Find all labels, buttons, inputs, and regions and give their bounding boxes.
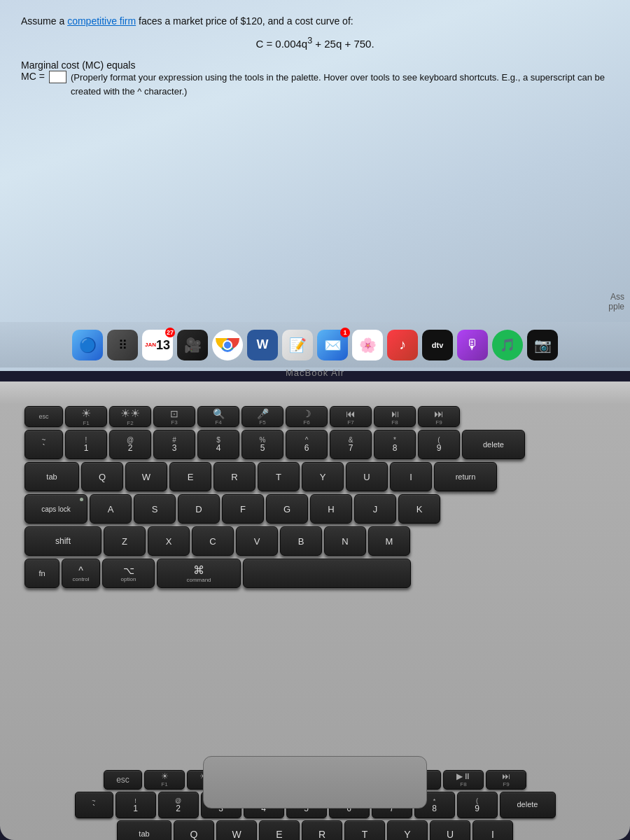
key-z[interactable]: Z xyxy=(104,526,146,556)
key-5[interactable]: %5 xyxy=(241,430,284,459)
key-g[interactable]: G xyxy=(266,494,308,524)
key-e[interactable]: E xyxy=(259,820,300,840)
key-x[interactable]: X xyxy=(148,526,190,556)
key-7[interactable]: &7 xyxy=(330,430,372,459)
dock-item-finder[interactable]: 🔵 xyxy=(72,330,103,360)
key-delete[interactable]: delete xyxy=(462,430,525,459)
key-fn-bottom[interactable]: fn xyxy=(24,559,59,588)
key-y[interactable]: Y xyxy=(302,462,344,491)
key-f9[interactable]: ⏭ F9 xyxy=(486,770,526,790)
mail-badge: 1 xyxy=(340,328,350,337)
key-f8[interactable]: ▶⏸ F8 xyxy=(443,770,484,790)
key-i[interactable]: I xyxy=(390,462,432,491)
key-tab[interactable]: tab xyxy=(117,820,172,840)
key-q[interactable]: Q xyxy=(81,462,123,491)
key-n[interactable]: N xyxy=(324,526,366,556)
key-delete[interactable]: delete xyxy=(500,792,556,818)
key-f3[interactable]: ⊡F3 xyxy=(153,406,195,427)
dock-item-music[interactable]: ♪ xyxy=(387,330,418,360)
key-esc[interactable]: esc xyxy=(104,770,142,790)
key-f1[interactable]: ☀F1 xyxy=(65,406,107,427)
key-a[interactable]: A xyxy=(90,494,132,524)
dock-item-appletv[interactable]: dtv xyxy=(422,330,453,360)
key-s[interactable]: S xyxy=(134,494,176,524)
keyboard-main: esc ☀F1 ☀☀F2 ⊡F3 🔍F4 🎤F5 ☽F6 ⏮F7 ⏯F8 ⏭F9… xyxy=(24,406,606,591)
key-esc[interactable]: esc xyxy=(24,406,63,427)
key-return[interactable]: return xyxy=(434,462,497,491)
dock-item-chrome[interactable] xyxy=(212,330,243,360)
key-2[interactable]: @2 xyxy=(109,430,151,459)
dock-item-mail[interactable]: ✉️ 1 xyxy=(317,330,348,360)
dock-item-podcasts[interactable]: 🎙 xyxy=(457,330,488,360)
key-4[interactable]: $4 xyxy=(197,430,239,459)
key-control-bottom[interactable]: ^ control xyxy=(62,559,100,588)
key-y[interactable]: Y xyxy=(387,820,428,840)
key-shift[interactable]: shift xyxy=(24,526,102,556)
key-r[interactable]: R xyxy=(302,820,342,840)
key-command[interactable]: ⌘ command xyxy=(157,559,241,588)
mc-input-row: MC = (Properly format your expression us… xyxy=(21,71,609,98)
corner-text-1: Ass xyxy=(608,292,624,302)
key-f1[interactable]: ☀ F1 xyxy=(144,770,185,790)
key-d[interactable]: D xyxy=(178,494,220,524)
key-backtick[interactable]: ~` xyxy=(24,430,63,459)
key-b[interactable]: B xyxy=(280,526,322,556)
key-u[interactable]: U xyxy=(430,820,470,840)
key-t[interactable]: T xyxy=(344,820,385,840)
key-w[interactable]: W xyxy=(125,462,167,491)
dock: 🔵 ⠿ JAN 13 27 🎥 W 📝 ✉️ 1 🌸 ♪ dtv 🎙 🎵 xyxy=(0,322,630,368)
dock-item-spotify[interactable]: 🎵 xyxy=(492,330,523,360)
key-f4[interactable]: 🔍F4 xyxy=(197,406,239,427)
key-f5[interactable]: 🎤F5 xyxy=(241,406,284,427)
trackpad[interactable] xyxy=(203,756,427,808)
key-f[interactable]: F xyxy=(222,494,264,524)
key-f8[interactable]: ⏯F8 xyxy=(374,406,416,427)
competitive-firm-link[interactable]: competitive firm xyxy=(67,15,136,27)
key-2[interactable]: @ 2 xyxy=(158,792,199,818)
key-option[interactable]: ⌥ option xyxy=(102,559,155,588)
key-9[interactable]: ( 9 xyxy=(457,792,498,818)
key-f9[interactable]: ⏭F9 xyxy=(418,406,460,427)
key-3[interactable]: #3 xyxy=(153,430,195,459)
key-tab[interactable]: tab xyxy=(24,462,79,491)
key-u[interactable]: U xyxy=(346,462,388,491)
dock-item-camera[interactable]: 📷 xyxy=(527,330,558,360)
key-m[interactable]: M xyxy=(368,526,410,556)
key-e[interactable]: E xyxy=(169,462,211,491)
key-space[interactable] xyxy=(243,559,411,588)
dock-item-facetime[interactable]: 🎥 xyxy=(177,330,208,360)
key-f6[interactable]: ☽F6 xyxy=(286,406,328,427)
screen-corner-text: Ass pple xyxy=(608,292,624,312)
mc-input-box[interactable] xyxy=(49,71,66,83)
key-k[interactable]: K xyxy=(398,494,440,524)
mc-prefix: MC = xyxy=(21,71,45,82)
asdf-letter-row: caps lock A S D F G H J K xyxy=(24,494,606,524)
dock-item-launchpad[interactable]: ⠿ xyxy=(107,330,138,360)
dock-item-word[interactable]: W xyxy=(247,330,278,360)
key-f2[interactable]: ☀☀F2 xyxy=(109,406,151,427)
key-j[interactable]: J xyxy=(354,494,396,524)
question-text: Assume a competitive firm faces a market… xyxy=(21,14,609,29)
key-v[interactable]: V xyxy=(236,526,278,556)
key-tilde[interactable]: ~ ` xyxy=(75,792,113,818)
key-w[interactable]: W xyxy=(216,820,257,840)
dock-item-photos[interactable]: 🌸 xyxy=(352,330,383,360)
key-caps-lock[interactable]: caps lock xyxy=(24,494,88,524)
key-r[interactable]: R xyxy=(214,462,255,491)
key-9[interactable]: (9 xyxy=(418,430,460,459)
fn-key-row: esc ☀F1 ☀☀F2 ⊡F3 🔍F4 🎤F5 ☽F6 ⏮F7 ⏯F8 ⏭F9 xyxy=(24,406,606,427)
key-8[interactable]: *8 xyxy=(374,430,416,459)
dock-item-app1[interactable]: 📝 xyxy=(282,330,313,360)
zxcv-letter-row: shift Z X C V B N M xyxy=(24,526,606,556)
key-f7[interactable]: ⏮F7 xyxy=(330,406,372,427)
key-q[interactable]: Q xyxy=(174,820,214,840)
key-1[interactable]: !1 xyxy=(65,430,107,459)
key-i[interactable]: I xyxy=(472,820,513,840)
key-1[interactable]: ! 1 xyxy=(115,792,156,818)
dock-item-calendar[interactable]: JAN 13 27 xyxy=(142,330,173,360)
key-6[interactable]: ^6 xyxy=(286,430,328,459)
number-row: ~` !1 @2 #3 $4 %5 ^6 &7 *8 (9 delete xyxy=(24,430,606,459)
key-h[interactable]: H xyxy=(310,494,352,524)
key-t[interactable]: T xyxy=(258,462,300,491)
key-c[interactable]: C xyxy=(192,526,234,556)
